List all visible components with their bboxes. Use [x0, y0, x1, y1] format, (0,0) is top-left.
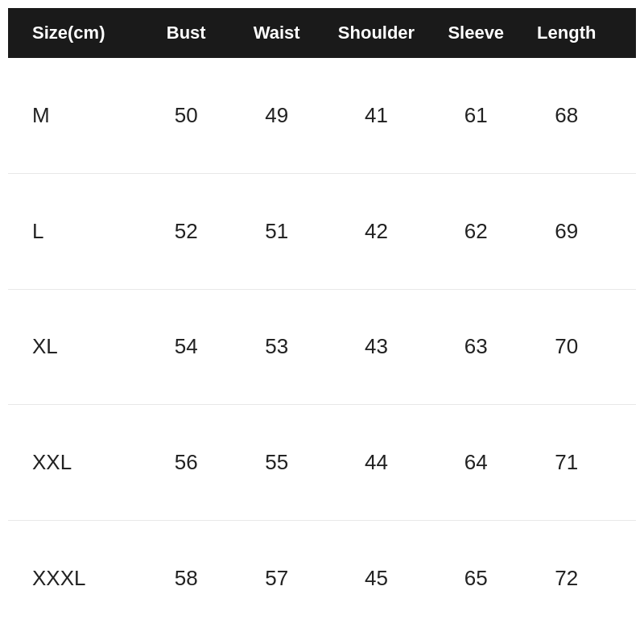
table-body: M 50 49 41 61 68 L 52 51 42 62 69 XL 54 … — [8, 58, 636, 636]
size-cell: XXL — [32, 450, 141, 475]
shoulder-cell: 45 — [322, 566, 431, 591]
size-cell: XXXL — [32, 566, 141, 591]
bust-cell: 50 — [141, 103, 232, 128]
bust-cell: 52 — [141, 219, 232, 244]
shoulder-cell: 43 — [322, 334, 431, 359]
table-row: XL 54 53 43 63 70 — [8, 290, 636, 406]
shoulder-cell: 44 — [322, 450, 431, 475]
length-cell: 72 — [522, 566, 613, 591]
shoulder-cell: 42 — [322, 219, 431, 244]
size-cell: L — [32, 219, 141, 244]
sleeve-cell: 65 — [431, 566, 522, 591]
size-chart-table: Size(cm) Bust Waist Shoulder Sleeve Leng… — [8, 8, 636, 636]
sleeve-cell: 62 — [431, 219, 522, 244]
table-row: L 52 51 42 62 69 — [8, 174, 636, 290]
waist-header: Waist — [232, 23, 323, 43]
waist-cell: 51 — [232, 219, 323, 244]
waist-cell: 55 — [232, 450, 323, 475]
sleeve-cell: 63 — [431, 334, 522, 359]
sleeve-cell: 64 — [431, 450, 522, 475]
length-cell: 70 — [522, 334, 613, 359]
length-cell: 71 — [522, 450, 613, 475]
shoulder-cell: 41 — [322, 103, 431, 128]
waist-cell: 49 — [232, 103, 323, 128]
table-row: M 50 49 41 61 68 — [8, 58, 636, 174]
table-row: XXL 56 55 44 64 71 — [8, 405, 636, 521]
bust-cell: 54 — [141, 334, 232, 359]
size-cell: XL — [32, 334, 141, 359]
bust-cell: 58 — [141, 566, 232, 591]
sleeve-cell: 61 — [431, 103, 522, 128]
table-row: XXXL 58 57 45 65 72 — [8, 521, 636, 636]
length-cell: 69 — [522, 219, 613, 244]
size-cm-header: Size(cm) — [32, 23, 141, 43]
bust-cell: 56 — [141, 450, 232, 475]
size-cell: M — [32, 103, 141, 128]
waist-cell: 57 — [232, 566, 323, 591]
bust-header: Bust — [141, 23, 232, 43]
waist-cell: 53 — [232, 334, 323, 359]
shoulder-header: Shoulder — [322, 23, 431, 43]
table-header-row: Size(cm) Bust Waist Shoulder Sleeve Leng… — [8, 8, 636, 58]
length-cell: 68 — [522, 103, 613, 128]
length-header: Length — [522, 23, 613, 43]
sleeve-header: Sleeve — [431, 23, 522, 43]
